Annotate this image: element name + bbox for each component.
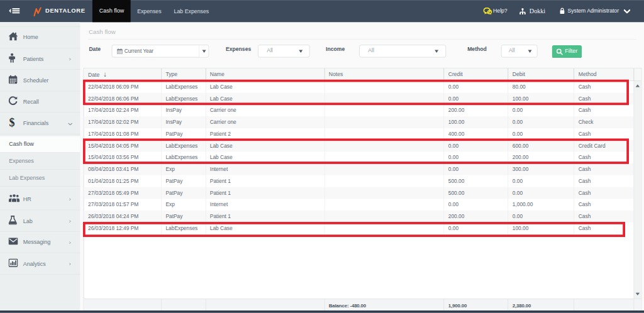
- svg-text:$: $: [9, 117, 15, 128]
